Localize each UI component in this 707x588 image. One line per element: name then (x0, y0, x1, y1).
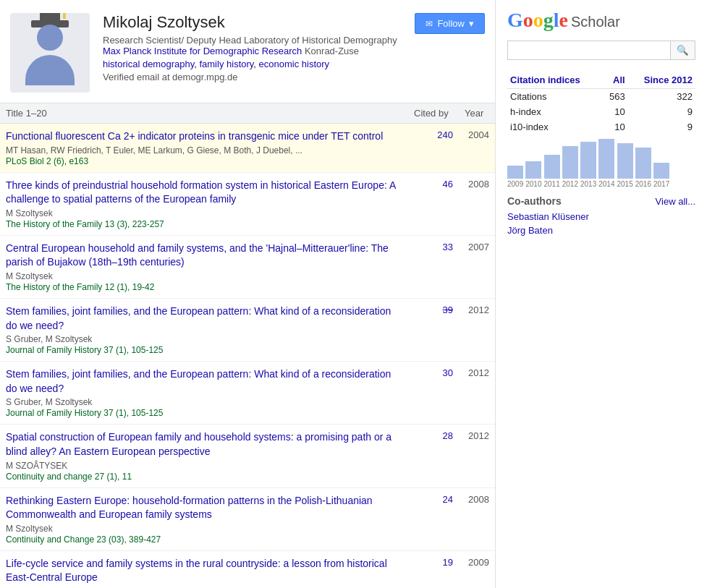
bar-col: 2015 (617, 143, 633, 188)
citation-all: 10 (601, 104, 628, 119)
search-icon: 🔍 (677, 45, 689, 56)
paper-title-link[interactable]: Functional fluorescent Ca 2+ indicator p… (6, 130, 383, 142)
table-row: Stem families, joint families, and the E… (0, 298, 495, 361)
table-row: Functional fluorescent Ca 2+ indicator p… (0, 124, 495, 173)
logo-o2: o (533, 9, 543, 32)
citation-row: h-index109 (507, 104, 695, 119)
sidebar: G o o g l e Scholar 🔍 Citation indices A… (496, 0, 707, 588)
tag-historical-demography[interactable]: historical demography (103, 59, 194, 69)
citation-label: h-index (507, 104, 601, 119)
paper-title-cell: Stem families, joint families, and the E… (0, 362, 408, 425)
paper-journal: Journal of Family History 37 (1), 105-12… (6, 408, 402, 418)
citation-label: Citations (507, 89, 601, 105)
coauthor-link[interactable]: Jörg Baten (507, 225, 695, 236)
paper-journal: Continuity and Change 23 (03), 389-427 (6, 534, 402, 545)
paper-title-link[interactable]: Life-cycle service and family systems in… (6, 558, 387, 584)
bar (525, 161, 541, 179)
bar-col: 2010 (525, 161, 541, 188)
follow-label: Follow (437, 18, 465, 29)
logo-l: l (554, 9, 559, 32)
cited-count[interactable]: 24 (408, 487, 459, 550)
paper-title-link[interactable]: Stem families, joint families, and the E… (6, 305, 391, 331)
bar-col: 2012 (562, 146, 578, 188)
paper-authors: S Gruber, M Szoltysek (6, 397, 402, 407)
paper-journal: The History of the Family 13 (3), 223-25… (6, 219, 402, 229)
paper-title-link[interactable]: Stem families, joint families, and the E… (6, 368, 391, 394)
avatar-head (37, 25, 63, 51)
avatar (10, 13, 90, 93)
cited-count[interactable]: 19 (408, 550, 459, 588)
gs-logo: G o o g l e Scholar (507, 9, 695, 32)
email-icon: ✉ (426, 19, 433, 29)
coauthor-link[interactable]: Sebastian Klüsener (507, 211, 695, 222)
bar-col: 2016 (635, 148, 651, 188)
paper-journal: Continuity and change 27 (1), 11 (6, 472, 402, 482)
cited-count[interactable]: 39 (408, 298, 459, 361)
avatar-body (25, 55, 75, 85)
tag-economic-history[interactable]: economic history (259, 59, 330, 69)
profile-tags: historical demography, family history, e… (103, 59, 415, 69)
bar-year-label: 2016 (635, 180, 651, 188)
view-all-link[interactable]: View all... (656, 196, 695, 207)
paper-journal: PLoS Biol 2 (6), e163 (6, 156, 402, 166)
paper-authors: M SZOÂTYSEK (6, 461, 402, 471)
th-cited[interactable]: Cited by (408, 103, 459, 124)
citation-since: 9 (628, 119, 695, 135)
bar-year-label: 2009 (507, 180, 523, 188)
follow-button[interactable]: ✉ Follow ▾ (415, 13, 485, 34)
citation-since: 322 (628, 89, 695, 105)
paper-title-link[interactable]: Three kinds of preindustrial household f… (6, 179, 396, 205)
coauthors-list: Sebastian KlüsenerJörg Baten (507, 211, 695, 236)
table-row: Life-cycle service and family systems in… (0, 550, 495, 588)
paper-authors: M Szoltysek (6, 208, 402, 218)
paper-authors: S Gruber, M Szoltysek (6, 334, 402, 344)
th-title: Title 1–20 (0, 103, 408, 124)
bar-col: 2011 (544, 155, 560, 188)
table-header: Title 1–20 Cited by Year (0, 103, 495, 124)
cited-count[interactable]: 28 (408, 425, 459, 487)
bar-col: 2017 (653, 163, 669, 188)
bar (617, 143, 633, 179)
search-button[interactable]: 🔍 (670, 41, 695, 60)
paper-title-cell: Stem families, joint families, and the E… (0, 298, 408, 361)
th-all: All (601, 72, 628, 89)
institute-suffix: Konrad-Zuse (305, 46, 359, 56)
paper-title-cell: Rethinking Eastern Europe: household-for… (0, 487, 408, 550)
cited-count[interactable]: 30 (408, 362, 459, 425)
cited-count[interactable]: 46 (408, 172, 459, 235)
paper-title-link[interactable]: Spatial construction of European family … (6, 431, 391, 457)
paper-title-link[interactable]: Rethinking Eastern Europe: household-for… (6, 495, 373, 521)
year-cell: 2007 (459, 235, 495, 298)
citation-all: 10 (601, 119, 628, 135)
paper-title-link[interactable]: Central European household and family sy… (6, 242, 389, 268)
table-row: Three kinds of preindustrial household f… (0, 172, 495, 235)
bar-chart: 200920102011201220132014201520162017 (507, 145, 695, 188)
paper-journal: Journal of Family History 37 (1), 105-12… (6, 345, 402, 355)
logo-g2: g (543, 9, 554, 32)
profile-role: Research Scientist/ Deputy Head Laborato… (103, 35, 415, 56)
bar-col: 2013 (580, 142, 596, 188)
bar-year-label: 2017 (653, 180, 669, 188)
cited-count[interactable]: 33 (408, 235, 459, 298)
main-panel: Mikolaj Szoltysek Research Scientist/ De… (0, 0, 496, 588)
institute-link[interactable]: Max Planck Institute for Demographic Res… (103, 46, 302, 56)
paper-title-cell: Life-cycle service and family systems in… (0, 550, 408, 588)
col-range-label: 1–20 (26, 108, 47, 119)
profile-info: Mikolaj Szoltysek Research Scientist/ De… (103, 13, 415, 82)
follow-chevron-icon: ▾ (469, 18, 474, 29)
search-box: 🔍 (507, 41, 695, 60)
bar (635, 148, 651, 179)
year-cell: 2008 (459, 172, 495, 235)
search-input[interactable] (507, 41, 670, 60)
coauthors-header: Co-authors View all... (507, 195, 695, 207)
bar (580, 142, 596, 179)
role-text: Research Scientist/ Deputy Head Laborato… (103, 35, 397, 46)
bar-col: 2014 (598, 139, 614, 188)
cited-count[interactable]: 240 (408, 124, 459, 173)
tag-family-history[interactable]: family history (199, 59, 253, 69)
bar-year-label: 2010 (525, 180, 541, 188)
year-cell: 2009 (459, 550, 495, 588)
th-year[interactable]: Year (459, 103, 495, 124)
papers-tbody: Functional fluorescent Ca 2+ indicator p… (0, 124, 495, 589)
coauthors-section: Co-authors View all... Sebastian Klüsene… (507, 195, 695, 236)
